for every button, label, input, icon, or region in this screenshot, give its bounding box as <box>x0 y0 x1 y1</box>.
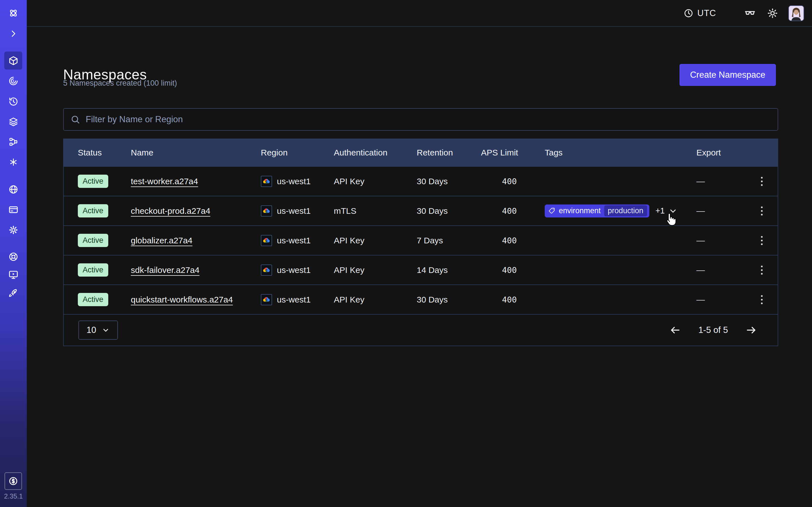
export-value: — <box>696 206 746 216</box>
chevron-down-icon <box>102 326 110 334</box>
region-label: us-west1 <box>277 206 311 216</box>
sidebar-item-cloud-services[interactable] <box>4 180 22 198</box>
aps-value: 400 <box>481 295 517 304</box>
spiral-icon <box>8 76 18 86</box>
glasses-icon <box>744 8 756 19</box>
tag-pill[interactable]: environment production <box>545 205 649 217</box>
sidebar-item-billing[interactable] <box>4 201 22 219</box>
table-row: Active quickstart-workflows.a27a4 us-wes… <box>64 284 777 314</box>
row-menu-button[interactable] <box>758 174 765 189</box>
sidebar-expand-button[interactable] <box>4 24 22 43</box>
col-region: Region <box>261 148 334 158</box>
row-menu-button[interactable] <box>758 263 765 277</box>
col-tags: Tags <box>545 148 696 158</box>
row-menu-button[interactable] <box>758 204 765 218</box>
timezone-selector[interactable]: UTC <box>682 8 718 18</box>
page-size-select[interactable]: 10 <box>79 321 118 340</box>
col-aps-limit: APS Limit <box>481 148 545 158</box>
globe-icon <box>8 184 18 194</box>
sidebar-item-schedules[interactable] <box>4 93 22 110</box>
chevron-down-icon <box>669 207 677 215</box>
retention-value: 30 Days <box>417 206 481 216</box>
sidebar-item-settings[interactable] <box>4 221 22 239</box>
namespaces-table: Status Name Region Authentication Retent… <box>63 138 778 346</box>
sidebar-item-tutorials[interactable] <box>4 266 22 284</box>
namespace-link[interactable]: quickstart-workflows.a27a4 <box>131 295 233 304</box>
retention-value: 30 Days <box>417 177 481 186</box>
theme-brightness-button[interactable] <box>767 8 778 19</box>
filter-input[interactable] <box>85 114 771 125</box>
create-namespace-button[interactable]: Create Namespace <box>679 64 776 86</box>
namespace-link[interactable]: test-worker.a27a4 <box>131 177 198 186</box>
badge-dollar-icon <box>8 476 18 486</box>
namespace-link[interactable]: globalizer.a27a4 <box>131 236 193 245</box>
gcp-region-icon <box>261 205 272 217</box>
sidebar: 2.35.1 <box>0 0 27 507</box>
cube-icon <box>8 56 18 66</box>
pager: 1-5 of 5 <box>668 323 758 337</box>
namespace-link[interactable]: sdk-failover.a27a4 <box>131 265 200 275</box>
table-row: Active sdk-failover.a27a4 us-west1 API K… <box>64 255 777 284</box>
gcp-region-icon <box>261 265 272 276</box>
sidebar-item-getting-started[interactable] <box>4 284 22 302</box>
appearance-glasses-button[interactable] <box>744 8 756 19</box>
gcp-region-icon <box>261 176 272 187</box>
tags-expand-button[interactable] <box>668 206 678 216</box>
sidebar-item-nexus[interactable] <box>4 153 22 171</box>
sidebar-item-deployments[interactable] <box>4 113 22 131</box>
sidebar-item-namespaces[interactable] <box>4 52 22 69</box>
sidebar-item-support[interactable] <box>4 247 22 266</box>
table-row: Active test-worker.a27a4 us-west1 API Ke… <box>64 166 777 196</box>
search-icon <box>70 115 80 124</box>
arrow-right-icon <box>746 325 757 336</box>
sidebar-item-workflows[interactable] <box>4 72 22 90</box>
export-value: — <box>696 236 746 245</box>
retention-value: 7 Days <box>417 236 481 245</box>
col-export: Export <box>696 148 746 158</box>
auth-value: API Key <box>334 236 417 245</box>
region-label: us-west1 <box>277 265 311 275</box>
auth-value: mTLS <box>334 206 417 216</box>
auth-value: API Key <box>334 295 417 304</box>
layers-icon <box>8 117 18 127</box>
status-badge: Active <box>78 293 108 306</box>
namespace-link[interactable]: checkout-prod.a27a4 <box>131 206 210 216</box>
col-retention: Retention <box>417 148 481 158</box>
history-clock-icon <box>8 97 18 107</box>
gear-icon <box>8 225 18 235</box>
status-badge: Active <box>78 263 108 277</box>
credit-card-icon <box>8 205 18 215</box>
user-avatar[interactable] <box>788 5 804 21</box>
export-value: — <box>696 295 746 304</box>
tag-more-count[interactable]: +1 <box>656 206 665 216</box>
usage-button[interactable] <box>4 472 22 490</box>
app-version: 2.35.1 <box>0 492 27 500</box>
lifebuoy-icon <box>8 252 18 262</box>
page-subtitle: 5 Namespaces created (100 limit) <box>63 79 177 88</box>
col-name: Name <box>131 148 261 158</box>
workflow-branch-icon <box>8 137 18 147</box>
col-authentication: Authentication <box>334 148 417 158</box>
gcp-region-icon <box>261 235 272 246</box>
row-menu-button[interactable] <box>758 233 765 248</box>
pagination-range: 1-5 of 5 <box>698 325 728 335</box>
filter-bar <box>63 108 778 131</box>
row-menu-button[interactable] <box>758 292 765 307</box>
asterisk-icon <box>8 157 18 167</box>
temporal-logo[interactable] <box>4 4 22 22</box>
sidebar-item-batch-operations[interactable] <box>4 133 22 151</box>
table-footer: 10 1-5 of 5 <box>64 314 777 346</box>
prev-page-button[interactable] <box>668 323 682 337</box>
region-label: us-west1 <box>277 236 311 245</box>
table-row: Active checkout-prod.a27a4 us-west1 mTLS… <box>64 196 777 225</box>
auth-value: API Key <box>334 265 417 275</box>
col-status: Status <box>64 148 131 158</box>
aps-value: 400 <box>481 206 517 216</box>
monitor-play-icon <box>8 270 18 280</box>
tags-cell: environment production +1 <box>545 205 696 217</box>
table-row: Active globalizer.a27a4 us-west1 API Key… <box>64 225 777 255</box>
chevron-right-icon <box>8 29 18 39</box>
next-page-button[interactable] <box>744 323 758 337</box>
region-label: us-west1 <box>277 177 311 186</box>
gcp-region-icon <box>261 294 272 305</box>
